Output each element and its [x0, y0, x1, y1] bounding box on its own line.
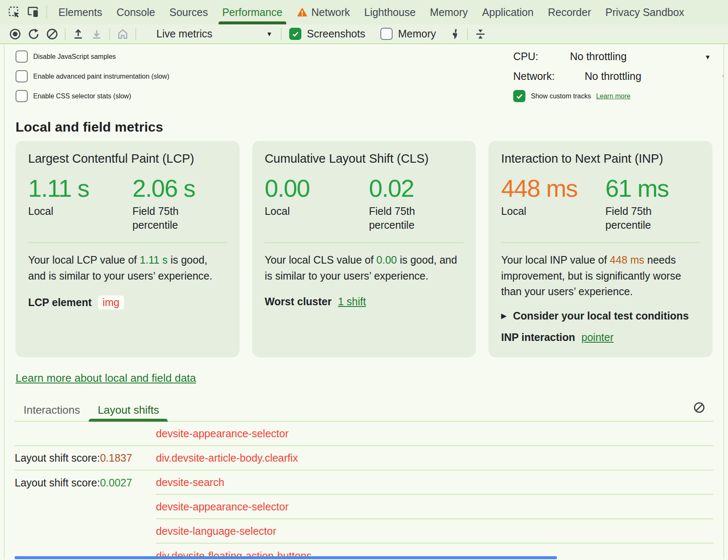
collect-garbage-button[interactable]	[445, 26, 464, 42]
tab-recorder[interactable]: Recorder	[541, 0, 598, 24]
tab-label: Elements	[58, 6, 102, 18]
broom-icon	[448, 28, 461, 40]
toolbar-separator	[65, 28, 66, 40]
clear-log-button[interactable]	[693, 401, 706, 414]
setting-row: Disable JavaScript samples	[16, 47, 513, 66]
tab-label: Network	[311, 6, 350, 18]
tab-application[interactable]: Application	[475, 0, 541, 24]
shift-element-node-link[interactable]: devsite-appearance-selector	[156, 501, 288, 513]
cls-card-title: Cumulative Layout Shift (CLS)	[265, 152, 464, 166]
tab-interactions[interactable]: Interactions	[15, 399, 89, 421]
tabbar-separator	[46, 5, 47, 19]
tab-label: Privacy Sandbox	[605, 6, 684, 18]
screenshots-label: Screenshots	[307, 28, 365, 40]
advanced-paint-checkbox[interactable]	[16, 70, 28, 82]
worst-cluster-link[interactable]: 1 shift	[338, 296, 366, 308]
inp-interaction-label: INP interaction	[501, 331, 575, 343]
devtools-tabbar: Elements Console Sources Performance Net…	[0, 0, 728, 24]
network-throttling-select[interactable]: No throttling	[585, 70, 641, 82]
record-and-reload-button[interactable]	[24, 26, 43, 42]
lcp-card: Largest Contentful Paint (LCP) 1.11 s Lo…	[16, 141, 240, 357]
custom-tracks-label: Show custom tracks	[531, 92, 591, 100]
load-profile-button[interactable]	[69, 26, 87, 42]
tab-privacy-sandbox[interactable]: Privacy Sandbox	[598, 0, 691, 24]
record-button[interactable]	[6, 26, 24, 42]
tab-label: Memory	[430, 6, 468, 18]
save-profile-button[interactable]	[87, 26, 106, 42]
tab-sources[interactable]: Sources	[162, 0, 215, 24]
toolbar-separator	[281, 28, 282, 40]
live-metrics-home-button[interactable]	[113, 26, 132, 42]
cls-field-value: 0.02	[369, 176, 438, 201]
network-label: Network:	[513, 70, 585, 82]
upload-icon	[72, 28, 84, 40]
lcp-element-node-link[interactable]: img	[98, 296, 124, 309]
tab-elements[interactable]: Elements	[51, 0, 109, 24]
tab-label: Performance	[222, 6, 282, 18]
shift-score-value: 0.1837	[100, 452, 132, 464]
setting-label: Enable advanced paint instrumentation (s…	[33, 73, 169, 80]
collapse-panel-button[interactable]	[471, 26, 490, 42]
memory-label: Memory	[398, 28, 436, 40]
tab-network[interactable]: Network	[290, 0, 357, 24]
disable-js-samples-checkbox[interactable]	[16, 50, 28, 63]
chevron-down-icon[interactable]: ▼	[704, 53, 711, 61]
horizontal-scrollbar[interactable]	[15, 556, 557, 559]
tab-label: Recorder	[548, 6, 591, 18]
tab-console[interactable]: Console	[109, 0, 162, 24]
shift-element-node-link[interactable]: div.devsite-article-body.clearfix	[156, 452, 298, 464]
tab-layout-shifts[interactable]: Layout shifts	[89, 399, 168, 421]
device-toolbar-button[interactable]	[24, 0, 42, 24]
shift-score-cell	[15, 495, 156, 519]
shift-element-node-link[interactable]: devsite-language-selector	[156, 525, 276, 537]
tab-memory[interactable]: Memory	[423, 0, 475, 24]
chevron-down-icon[interactable]: ▼	[721, 73, 724, 80]
cls-card: Cumulative Layout Shift (CLS) 0.00 Local…	[252, 141, 476, 357]
lcp-values: 1.11 s Local 2.06 s Field 75th percentil…	[28, 176, 227, 232]
selected-tab-underline	[219, 21, 286, 24]
tab-label: Layout shifts	[98, 404, 159, 417]
local-field-data-learn-more-link[interactable]: Learn more about local and field data	[16, 372, 196, 385]
tab-performance[interactable]: Performance	[215, 0, 290, 24]
cls-description: Your local CLS value of 0.00 is good, an…	[265, 252, 464, 284]
setting-label: Disable JavaScript samples	[33, 53, 116, 61]
tab-label: Lighthouse	[364, 6, 415, 18]
worst-cluster-label: Worst cluster	[265, 296, 332, 308]
cls-worst-cluster-row: Worst cluster 1 shift	[265, 296, 464, 308]
disclosure-label: Consider your local test conditions	[513, 310, 688, 322]
memory-checkbox[interactable]	[380, 28, 393, 40]
clear-recording-button[interactable]	[43, 26, 61, 42]
inp-local-label: Local	[501, 204, 570, 218]
shift-element-node-link[interactable]: devsite-search	[156, 476, 224, 489]
shift-score-value: 0.0027	[100, 477, 132, 489]
tab-label: Console	[116, 6, 155, 18]
screenshots-checkbox[interactable]	[289, 28, 301, 40]
cls-inline-value: 0.00	[377, 254, 397, 266]
lcp-field-label: Field 75th percentile	[132, 204, 202, 232]
custom-tracks-learn-more-link[interactable]: Learn more	[596, 92, 630, 100]
css-selector-stats-checkbox[interactable]	[16, 90, 28, 102]
cpu-throttling-select[interactable]: No throttling	[570, 50, 627, 63]
toolbar-separator	[109, 28, 110, 40]
cls-values: 0.00 Local 0.02 Field 75th percentile	[265, 176, 464, 232]
inp-inline-value: 448 ms	[610, 254, 644, 266]
inp-card-title: Interaction to Next Paint (INP)	[501, 152, 700, 166]
lcp-element-label: LCP element	[28, 296, 92, 309]
inspect-element-button[interactable]	[5, 0, 24, 24]
history-dropdown[interactable]: Live metrics ▼	[151, 28, 277, 40]
inspect-cursor-icon	[8, 5, 21, 19]
inp-interaction-link[interactable]: pointer	[581, 331, 613, 343]
lcp-local-value: 1.11 s	[28, 176, 132, 201]
setting-row: Enable advanced paint instrumentation (s…	[16, 66, 513, 86]
shift-element-cell: devsite-search	[156, 470, 713, 495]
show-custom-tracks-checkbox[interactable]	[513, 90, 525, 102]
capture-settings: Disable JavaScript samples Enable advanc…	[5, 44, 723, 110]
tab-lighthouse[interactable]: Lighthouse	[357, 0, 422, 24]
shift-score-cell	[15, 422, 156, 445]
shift-element-node-link[interactable]: devsite-appearance-selector	[156, 428, 288, 440]
local-test-conditions-disclosure[interactable]: ▶ Consider your local test conditions	[501, 310, 700, 322]
custom-tracks-row: Show custom tracks Learn more	[513, 86, 723, 106]
selected-tab-underline	[89, 419, 168, 422]
lcp-inline-value: 1.11 s	[140, 254, 167, 266]
metric-cards: Largest Contentful Paint (LCP) 1.11 s Lo…	[16, 141, 712, 357]
